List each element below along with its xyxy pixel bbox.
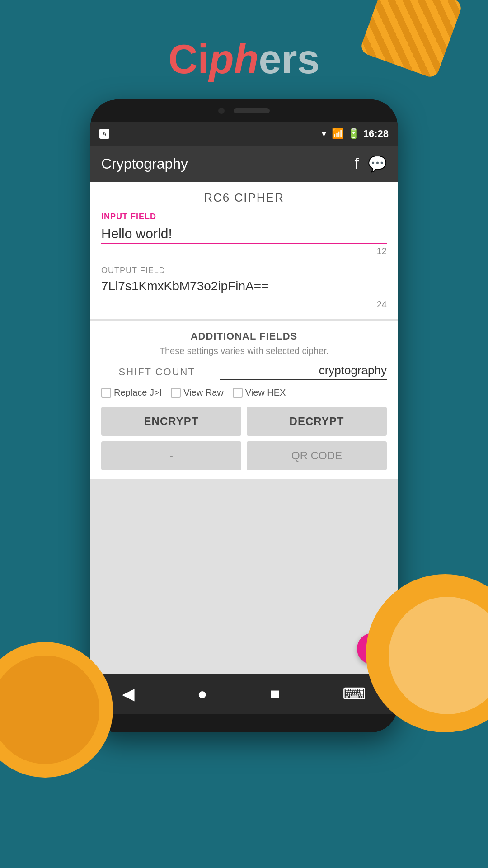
- flower-left-inner-decor: [0, 656, 99, 764]
- phone-bottom-bar: [90, 714, 398, 732]
- checkboxes-row: Replace J>I View Raw View HEX: [101, 387, 387, 398]
- title-ci: Ci: [168, 37, 209, 82]
- additional-fields-row: [101, 363, 387, 380]
- bottom-navigation: ◀ ● ■ ⌨: [90, 674, 398, 714]
- phone-top-bar: [90, 99, 398, 122]
- cipher-title: RC6 CIPHER: [101, 191, 387, 205]
- status-right: ▼ 📶 🔋 16:28: [320, 128, 389, 140]
- wifi-icon: ▼: [320, 129, 328, 139]
- dash-button[interactable]: -: [101, 441, 241, 470]
- crypto-input-field[interactable]: [220, 363, 387, 380]
- output-field-label: OUTPUT FIELD: [101, 266, 387, 275]
- signal-icon: 📶: [332, 128, 344, 140]
- additional-fields-section: ADDITIONAL FIELDS These settings varies …: [90, 321, 398, 479]
- view-raw-label: View Raw: [183, 387, 224, 398]
- input-char-count: 12: [101, 246, 387, 256]
- shift-count-input[interactable]: [101, 366, 212, 380]
- recent-apps-button[interactable]: ■: [270, 684, 280, 703]
- fab-add-button[interactable]: +: [357, 633, 389, 665]
- status-left: A: [99, 129, 109, 139]
- status-a-icon: A: [99, 129, 109, 139]
- home-button[interactable]: ●: [197, 684, 207, 703]
- secondary-action-buttons: - QR CODE: [101, 441, 387, 470]
- encrypt-button[interactable]: ENCRYPT: [101, 407, 241, 436]
- app-toolbar: Cryptography f 💬: [90, 146, 398, 182]
- qr-code-button[interactable]: QR CODE: [247, 441, 387, 470]
- flower-right-inner-decor: [389, 597, 488, 714]
- app-title: Ciphers: [168, 36, 319, 83]
- divider-1: [101, 261, 387, 261]
- back-button[interactable]: ◀: [122, 684, 135, 703]
- input-text-field[interactable]: [101, 224, 387, 244]
- crypto-field-container: [220, 363, 387, 380]
- toolbar-icons: f 💬: [355, 155, 387, 173]
- view-raw-checkbox[interactable]: [171, 388, 181, 398]
- replace-ji-checkbox[interactable]: [101, 388, 111, 398]
- output-text-value: 7Ll7s1KmxKbM73o2ipFinA==: [101, 279, 387, 297]
- title-ers: ers: [258, 37, 319, 82]
- decrypt-button[interactable]: DECRYPT: [247, 407, 387, 436]
- replace-ji-checkbox-item: Replace J>I: [101, 387, 162, 398]
- replace-ji-label: Replace J>I: [114, 387, 162, 398]
- view-hex-checkbox-item: View HEX: [233, 387, 286, 398]
- view-hex-checkbox[interactable]: [233, 388, 243, 398]
- view-raw-checkbox-item: View Raw: [171, 387, 224, 398]
- top-stripe-decor: [359, 0, 464, 79]
- whatsapp-button[interactable]: 💬: [368, 155, 387, 173]
- phone-speaker: [234, 108, 270, 113]
- output-char-count: 24: [101, 299, 387, 310]
- main-content: RC6 CIPHER INPUT FIELD 12 OUTPUT FIELD 7…: [90, 182, 398, 674]
- status-bar: A ▼ 📶 🔋 16:28: [90, 122, 398, 146]
- additional-description: These settings varies with selected ciph…: [101, 346, 387, 356]
- facebook-button[interactable]: f: [355, 155, 359, 173]
- time-display: 16:28: [363, 128, 389, 140]
- input-field-label: INPUT FIELD: [101, 212, 387, 222]
- keyboard-button[interactable]: ⌨: [343, 684, 366, 703]
- primary-action-buttons: ENCRYPT DECRYPT: [101, 407, 387, 436]
- toolbar-title: Cryptography: [101, 156, 188, 172]
- shift-count-container: [101, 366, 212, 380]
- battery-icon: 🔋: [347, 128, 360, 140]
- additional-title: ADDITIONAL FIELDS: [101, 330, 387, 342]
- phone-camera: [218, 108, 225, 114]
- phone-device: A ▼ 📶 🔋 16:28 Cryptography f 💬 RC6 CIPHE…: [90, 99, 398, 732]
- title-ph: ph: [209, 37, 258, 82]
- view-hex-label: View HEX: [245, 387, 286, 398]
- cipher-card: RC6 CIPHER INPUT FIELD 12 OUTPUT FIELD 7…: [90, 182, 398, 319]
